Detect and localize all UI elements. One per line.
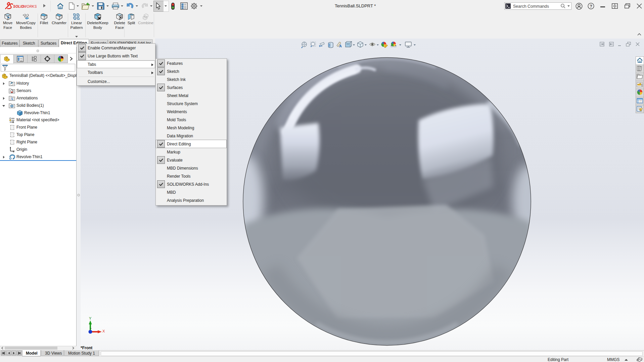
svg-text:SOLID: SOLID xyxy=(13,5,24,8)
svg-text:?: ? xyxy=(590,4,592,9)
svg-text:A: A xyxy=(11,97,13,101)
svg-text:Y: Y xyxy=(89,316,92,320)
svg-text:A: A xyxy=(339,44,342,48)
svg-text:WORKS: WORKS xyxy=(24,5,37,8)
svg-text:X: X xyxy=(102,329,105,333)
